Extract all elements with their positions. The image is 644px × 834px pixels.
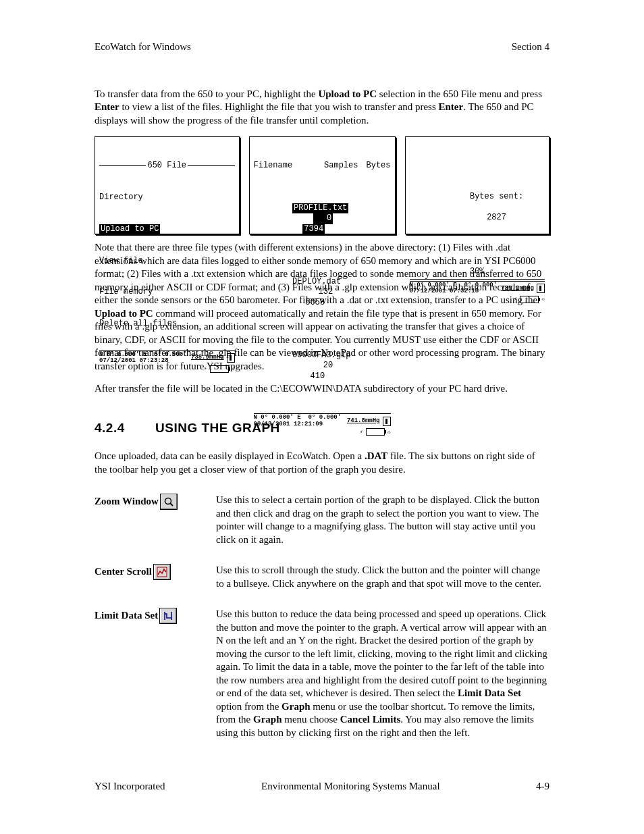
battery-icon bbox=[520, 296, 539, 303]
footer-right: 4-9 bbox=[536, 780, 549, 793]
zoom-window-icon[interactable] bbox=[160, 494, 178, 510]
bytes-sent-value: 2827 bbox=[487, 213, 506, 222]
file-list-panel: Filename Samples Bytes PROFILE.txt 0 739… bbox=[249, 136, 396, 234]
header-right: Section 4 bbox=[512, 41, 549, 54]
header-left: EcoWatch for Windows bbox=[95, 41, 191, 54]
table-row: PROFILE.txt 0 7394 bbox=[254, 192, 391, 245]
footer-center: Environmental Monitoring Systems Manual bbox=[261, 780, 440, 793]
menu-item: Directory bbox=[99, 192, 235, 203]
table-header: Filename Samples Bytes bbox=[254, 161, 391, 172]
svg-rect-2 bbox=[157, 567, 167, 577]
tool-desc: Use this button to reduce the data being… bbox=[216, 608, 549, 739]
tool-zoom-window: Zoom Window Use this to select a certain… bbox=[95, 494, 549, 546]
barometer-icon bbox=[227, 353, 235, 363]
page-footer: YSI Incorporated Environmental Monitorin… bbox=[95, 780, 549, 793]
menu-title: 650 File bbox=[99, 161, 235, 172]
battery-icon bbox=[366, 428, 385, 436]
center-scroll-icon[interactable] bbox=[153, 564, 171, 580]
bytes-sent-label: Bytes sent: bbox=[470, 192, 523, 201]
menu-item-selected: Upload to PC bbox=[99, 224, 235, 235]
file-types-paragraph: Note that there are three file types (wi… bbox=[95, 241, 549, 373]
svg-line-1 bbox=[170, 503, 173, 506]
tool-desc: Use this to scroll through the study. Cl… bbox=[216, 564, 549, 590]
file-menu-panel: 650 File Directory Upload to PC View fil… bbox=[95, 136, 240, 234]
transfer-progress-panel: Bytes sent: 2827 30% N 0° 0.000' E 0° 0.… bbox=[405, 136, 550, 234]
barometer-icon bbox=[537, 284, 545, 293]
page-header: EcoWatch for Windows Section 4 bbox=[95, 41, 549, 54]
lcd-panels-row: 650 File Directory Upload to PC View fil… bbox=[95, 136, 549, 234]
tool-center-scroll: Center Scroll Use this to scroll through… bbox=[95, 564, 549, 590]
tool-desc: Use this to select a certain portion of … bbox=[216, 494, 549, 546]
after-transfer-paragraph: After transfer the file will be located … bbox=[95, 382, 549, 396]
battery-icon bbox=[210, 365, 229, 373]
graph-intro-paragraph: Once uploaded, data can be easily displa… bbox=[95, 450, 549, 476]
barometer-icon bbox=[383, 417, 391, 426]
limit-data-set-icon[interactable] bbox=[159, 608, 177, 624]
tool-limit-data-set: Limit Data Set Use this button to reduce… bbox=[95, 608, 549, 739]
footer-left: YSI Incorporated bbox=[95, 780, 165, 793]
intro-paragraph: To transfer data from the 650 to your PC… bbox=[95, 88, 549, 128]
pressure: 741.8mmHg bbox=[347, 417, 380, 425]
